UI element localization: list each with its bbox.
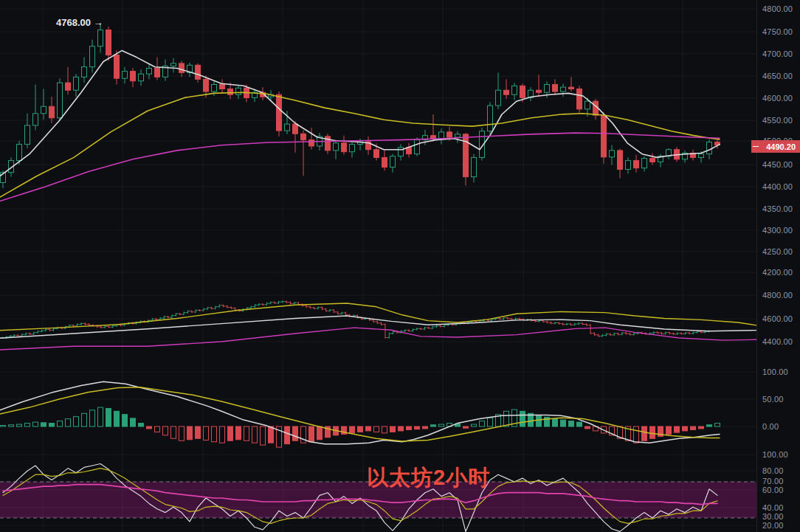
axis-label: 60.00: [762, 486, 784, 494]
watermark-title: 以太坊2小时: [367, 463, 490, 493]
axis-label: 4550.00: [762, 116, 793, 125]
axis-label: 4300.00: [762, 226, 793, 235]
axis-label: 4400.00: [762, 182, 793, 191]
price-axis[interactable]: 4800.004750.004700.004650.004600.004550.…: [756, 0, 800, 532]
axis-label: 0.00: [762, 422, 779, 431]
main-ma-lines: [0, 51, 720, 201]
axis-label: 70.00: [762, 477, 784, 486]
axis-label: 4600.00: [762, 94, 793, 103]
chart-canvas[interactable]: [0, 0, 756, 532]
chart-root: 4768.00 → 以太坊2小时 4800.004750.004700.0046…: [0, 0, 800, 532]
axis-label: 4750.00: [762, 27, 793, 36]
axis-label: 80.00: [762, 466, 784, 475]
axis-label: 40.00: [762, 503, 784, 512]
gridlines: [0, 0, 756, 532]
axis-label: 4200.00: [762, 268, 793, 277]
macd-histogram: [1, 407, 720, 447]
axis-label: 4800.00: [762, 4, 793, 13]
tag-tick-icon: [753, 146, 759, 147]
axis-label: 50.00: [762, 395, 784, 404]
last-price-value: 4490.20: [766, 142, 796, 151]
axis-label: 100.00: [762, 450, 788, 459]
axis-label: 4650.00: [762, 72, 793, 80]
axis-label: 4250.00: [762, 247, 793, 256]
axis-label: 4450.00: [762, 160, 793, 169]
last-price-tag: 4490.20: [751, 140, 800, 153]
axis-label: 4600.00: [762, 314, 793, 323]
axis-label: 20.00: [762, 521, 784, 530]
axis-label: 4350.00: [762, 204, 793, 213]
secondary-ma-lines: [0, 303, 756, 350]
axis-label: 4400.00: [762, 337, 793, 346]
axis-label: 4800.00: [762, 291, 793, 300]
axis-label: 100.00: [762, 367, 788, 376]
price-annotation: 4768.00 →: [56, 17, 103, 28]
axis-label: 30.00: [762, 512, 784, 521]
axis-label: 4700.00: [762, 49, 793, 58]
candlestick-series: [1, 23, 720, 188]
secondary-bars-series: [1, 300, 711, 339]
